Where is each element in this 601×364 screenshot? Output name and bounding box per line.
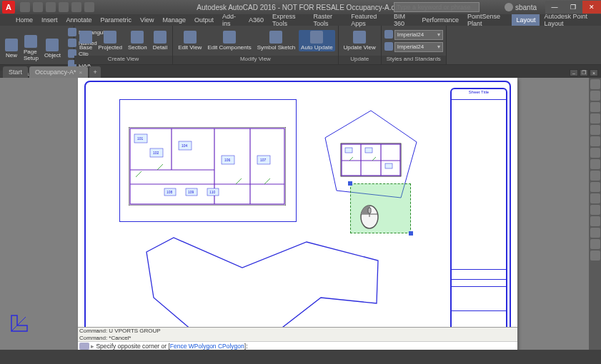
maximize-button[interactable]: ❐ — [564, 1, 582, 14]
svg-text:104: 104 — [182, 143, 188, 148]
nav-tool-15[interactable] — [590, 251, 600, 261]
command-history: Command: U VPORTS GROUPCommand: *Cancel*… — [78, 328, 517, 342]
ribbon: New Page Setup Object Rectangular Named … — [0, 26, 601, 65]
object-icon — [46, 39, 59, 51]
nav-tool-12[interactable] — [590, 216, 600, 226]
panel-styles: Imperial24 Imperial24 Styles and Standar… — [382, 26, 447, 64]
ribbon-tab-bim-360[interactable]: BIM 360 — [389, 14, 417, 26]
ribbon-tab-performance[interactable]: Performance — [418, 14, 464, 26]
paper-space[interactable]: 101 102 104 106 107 108 109 110 — [78, 78, 517, 362]
nav-tool-1[interactable] — [590, 91, 600, 101]
panel-update: Update View Update — [339, 26, 382, 64]
qat-save-icon[interactable] — [46, 2, 56, 12]
nav-tool-6[interactable] — [590, 148, 600, 158]
svg-line-36 — [11, 317, 26, 331]
new-layout-button[interactable]: New — [3, 38, 20, 59]
ribbon-tab-pointsense-plant[interactable]: PointSense Plant — [463, 14, 512, 26]
svg-text:101: 101 — [137, 136, 144, 141]
selection-grip-end[interactable] — [409, 231, 413, 236]
ribbon-tab-layout[interactable]: Layout — [512, 14, 540, 26]
viewport-1[interactable]: 101 102 104 106 107 108 109 110 — [119, 99, 297, 222]
style2-icon — [384, 42, 393, 51]
mdi-minimize-button[interactable]: – — [570, 69, 578, 76]
edit-comp-icon — [223, 31, 236, 44]
panel-styles-title: Styles and Standards — [382, 56, 446, 64]
nav-tool-0[interactable] — [590, 79, 600, 89]
thread-style-combo[interactable]: Imperial24 — [394, 42, 443, 52]
ribbon-tab-add-ins[interactable]: Add-ins — [218, 14, 244, 26]
command-line-window[interactable]: Command: U VPORTS GROUPCommand: *Cancel*… — [78, 327, 517, 350]
mdi-restore-button[interactable]: ❐ — [580, 69, 588, 76]
nav-tool-14[interactable] — [590, 239, 600, 249]
drawing-standard-combo[interactable]: Imperial24 — [394, 30, 443, 40]
update-view-button[interactable]: Update View — [342, 30, 378, 51]
nav-tool-3[interactable] — [590, 113, 600, 123]
title-block[interactable]: Sheet Title — [450, 88, 507, 350]
panel-create-view: Base Projected Section Detail Create Vie… — [74, 26, 173, 64]
ribbon-tab-insert[interactable]: Insert — [37, 14, 62, 26]
nav-tool-11[interactable] — [590, 205, 600, 215]
mdi-close-button[interactable]: × — [590, 69, 598, 76]
help-search-input[interactable] — [394, 2, 480, 12]
selection-grip-start[interactable] — [348, 181, 352, 186]
svg-text:109: 109 — [188, 190, 194, 194]
qat-undo-icon[interactable] — [59, 2, 69, 12]
panel-update-title: Update — [339, 56, 381, 64]
ribbon-tab-annotate[interactable]: Annotate — [62, 14, 96, 26]
document-tab[interactable]: Occupancy-A*× — [29, 66, 88, 78]
workspace: – ❐ × 101 102 104 106 107 108 109 1 — [0, 78, 601, 350]
close-button[interactable]: ✕ — [582, 1, 601, 14]
nav-tool-7[interactable] — [590, 159, 600, 169]
panel-layout: New Page Setup Object Rectangular Named … — [0, 26, 74, 64]
svg-text:107: 107 — [260, 158, 267, 162]
nav-tool-5[interactable] — [590, 136, 600, 146]
mouse-cursor-icon — [359, 205, 379, 229]
panel-create-view-title: Create View — [74, 56, 172, 64]
symbol-sketch-button[interactable]: Symbol Sketch — [255, 30, 297, 51]
ucs-icon[interactable] — [10, 311, 31, 333]
ribbon-tab-parametric[interactable]: Parametric — [96, 14, 136, 26]
edit-components-button[interactable]: Edit Components — [205, 30, 253, 51]
style1-icon — [384, 30, 393, 39]
svg-text:106: 106 — [224, 158, 231, 162]
ribbon-tab-raster-tools[interactable]: Raster Tools — [309, 14, 347, 26]
ribbon-tab-output[interactable]: Output — [190, 14, 218, 26]
nav-tool-4[interactable] — [590, 125, 600, 135]
insert-object-button[interactable]: Object — [42, 38, 63, 59]
ribbon-tab-a360[interactable]: A360 — [244, 14, 268, 26]
base-view-button[interactable]: Base — [77, 30, 94, 51]
qat-redo-icon[interactable] — [71, 2, 81, 12]
nav-tool-8[interactable] — [590, 171, 600, 181]
app-logo[interactable]: A — [2, 1, 15, 14]
ribbon-tab-autodesk-point-layout[interactable]: Autodesk Point Layout — [540, 14, 601, 26]
projected-view-button[interactable]: Projected — [96, 30, 124, 51]
ribbon-tab-manage[interactable]: Manage — [158, 14, 190, 26]
edit-view-button[interactable]: Edit View — [176, 30, 204, 51]
section-view-button[interactable]: Section — [126, 30, 149, 51]
close-tab-icon[interactable]: × — [79, 69, 83, 76]
nav-tool-9[interactable] — [590, 182, 600, 192]
status-bar[interactable] — [0, 350, 601, 364]
command-prompt-text: ▸ Specify opposite corner or [Fence WPol… — [91, 343, 248, 350]
document-tab[interactable]: Start — [3, 66, 28, 78]
document-tab-strip: StartOccupancy-A*×+ — [0, 65, 601, 78]
ribbon-tab-express-tools[interactable]: Express Tools — [268, 14, 309, 26]
svg-rect-31 — [385, 163, 392, 168]
minimize-button[interactable]: — — [545, 1, 564, 14]
ribbon-tab-view[interactable]: View — [136, 14, 158, 26]
user-menu[interactable]: sbanta — [505, 3, 537, 11]
qat-print-icon[interactable] — [84, 2, 94, 12]
page-setup-button[interactable]: Page Setup — [21, 34, 41, 62]
edit-view-icon — [184, 31, 197, 44]
nav-tool-10[interactable] — [590, 193, 600, 203]
nav-tool-13[interactable] — [590, 228, 600, 238]
nav-tool-2[interactable] — [590, 102, 600, 112]
auto-update-button[interactable]: Auto Update — [299, 30, 334, 51]
qat-open-icon[interactable] — [33, 2, 43, 12]
new-layout-icon — [5, 39, 18, 51]
new-tab-button[interactable]: + — [89, 66, 101, 78]
ribbon-tab-home[interactable]: Home — [11, 14, 37, 26]
detail-view-button[interactable]: Detail — [151, 30, 169, 51]
qat-new-icon[interactable] — [20, 2, 30, 12]
ribbon-tab-featured-apps[interactable]: Featured Apps — [347, 14, 389, 26]
